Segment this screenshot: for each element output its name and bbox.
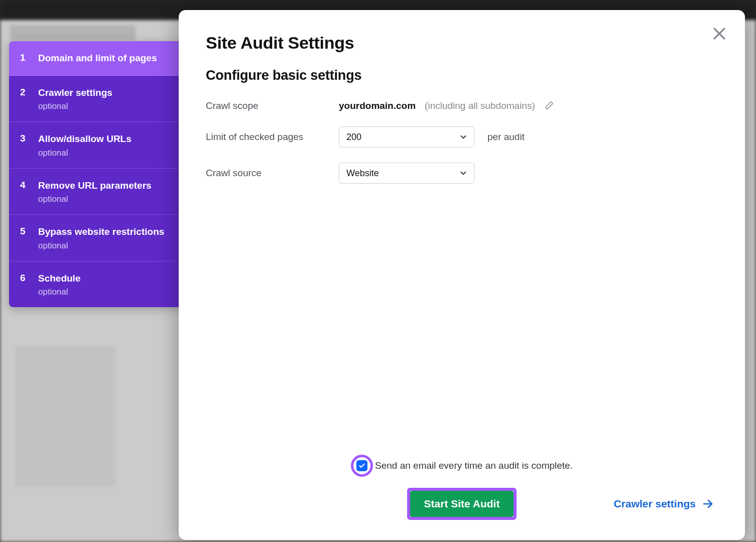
highlight-ring <box>351 455 373 477</box>
crawl-source-value: Website <box>346 168 379 179</box>
limit-pages-unit: per audit <box>487 131 525 143</box>
crawl-source-select[interactable]: Website <box>339 163 474 184</box>
step-number: 4 <box>20 179 27 192</box>
edit-icon[interactable] <box>543 100 554 111</box>
crawler-settings-link-label: Crawler settings <box>614 498 696 510</box>
step-crawler-settings[interactable]: 2 Crawler settings optional <box>9 76 180 122</box>
crawl-source-row: Crawl source Website <box>206 163 718 184</box>
limit-pages-value: 200 <box>346 132 361 143</box>
highlight-ring: Start Site Audit <box>407 488 517 520</box>
step-number: 5 <box>20 225 27 238</box>
email-notify-label: Send an email every time an audit is com… <box>375 460 573 471</box>
footer-actions: Start Site Audit Crawler settings <box>206 488 718 520</box>
step-label: Bypass website restrictions <box>38 225 164 239</box>
start-site-audit-button[interactable]: Start Site Audit <box>410 491 514 517</box>
step-bypass-website-restrictions[interactable]: 5 Bypass website restrictions optional <box>9 215 180 261</box>
chevron-down-icon <box>459 132 468 142</box>
step-label: Crawler settings <box>38 86 112 100</box>
site-audit-settings-modal: Site Audit Settings Configure basic sett… <box>179 10 745 540</box>
crawl-scope-row: Crawl scope yourdomain.com (including al… <box>206 100 718 111</box>
step-remove-url-parameters[interactable]: 4 Remove URL parameters optional <box>9 169 180 215</box>
step-number: 6 <box>20 272 27 285</box>
step-optional-tag: optional <box>38 241 164 251</box>
step-optional-tag: optional <box>38 101 112 111</box>
arrow-right-icon <box>702 498 714 510</box>
crawler-settings-link[interactable]: Crawler settings <box>614 498 714 510</box>
step-optional-tag: optional <box>38 287 80 297</box>
email-notify-row: Send an email every time an audit is com… <box>351 455 573 477</box>
step-number: 1 <box>20 51 27 65</box>
crawl-source-label: Crawl source <box>206 168 339 179</box>
limit-pages-select[interactable]: 200 <box>339 126 474 148</box>
step-number: 2 <box>20 86 27 99</box>
modal-title: Site Audit Settings <box>206 33 718 53</box>
step-number: 3 <box>20 132 27 146</box>
crawl-scope-extra: (including all subdomains) <box>425 100 535 111</box>
crawl-scope-label: Crawl scope <box>206 100 339 111</box>
step-label: Schedule <box>38 272 80 286</box>
modal-footer: Send an email every time an audit is com… <box>206 455 718 520</box>
step-label: Domain and limit of pages <box>38 51 157 65</box>
step-allow-disallow-urls[interactable]: 3 Allow/disallow URLs optional <box>9 122 180 169</box>
limit-pages-row: Limit of checked pages 200 per audit <box>206 126 718 148</box>
email-notify-checkbox[interactable] <box>356 460 367 471</box>
modal-subtitle: Configure basic settings <box>206 68 718 83</box>
step-label: Remove URL parameters <box>38 179 152 193</box>
wizard-steps-sidebar: 1 Domain and limit of pages 2 Crawler se… <box>9 41 180 307</box>
step-label: Allow/disallow URLs <box>38 132 132 146</box>
chevron-down-icon <box>459 169 468 178</box>
step-domain-and-limit[interactable]: 1 Domain and limit of pages <box>9 41 180 76</box>
limit-pages-label: Limit of checked pages <box>206 131 339 143</box>
step-optional-tag: optional <box>38 148 132 158</box>
crawl-scope-domain: yourdomain.com <box>339 100 416 111</box>
close-icon[interactable] <box>711 25 728 42</box>
step-schedule[interactable]: 6 Schedule optional <box>9 261 180 308</box>
step-optional-tag: optional <box>38 194 152 204</box>
